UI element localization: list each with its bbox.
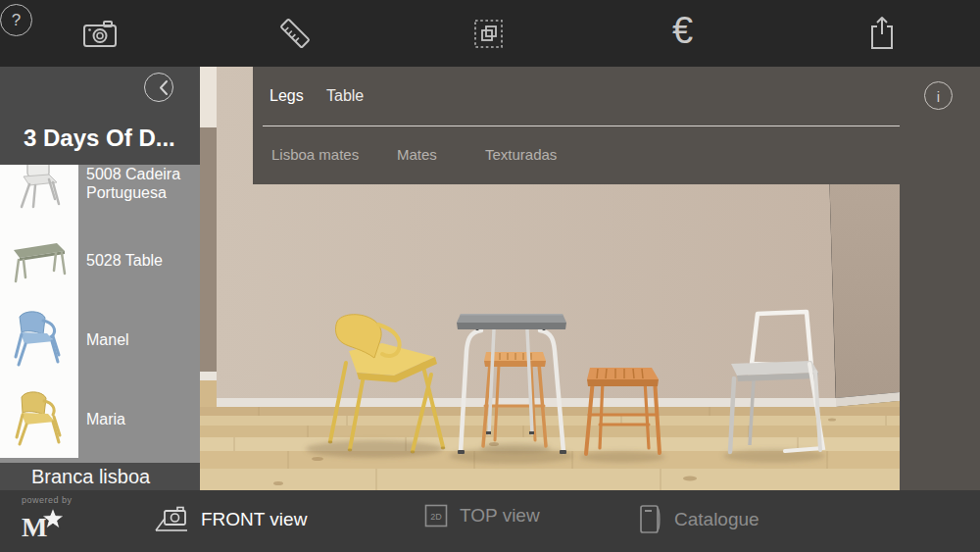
front-view-icon <box>154 504 189 535</box>
subtab-mates[interactable]: Mates <box>397 146 437 163</box>
top-toolbar: € ? <box>0 0 980 67</box>
front-view-label: FRONT view <box>201 509 307 530</box>
list-item-maria[interactable]: Maria <box>86 410 196 428</box>
catalogue-button[interactable]: Catalogue <box>639 504 760 535</box>
subtab-lisboa-mates[interactable]: Lisboa mates <box>271 146 359 163</box>
measure-button[interactable] <box>277 16 313 51</box>
catalogue-label: Catalogue <box>674 509 760 530</box>
thumb-maria-chair[interactable] <box>8 387 71 450</box>
help-icon: ? <box>12 11 21 29</box>
catalogue-icon <box>639 504 662 535</box>
top-view-icon: 2D <box>424 504 448 527</box>
list-item-5028[interactable]: 5028 Table <box>86 251 196 270</box>
chevron-left-icon <box>151 75 177 101</box>
list-item-5008[interactable]: 5008 Cadeira Portuguesa <box>86 165 196 202</box>
brand-logo: M <box>22 506 67 545</box>
duplicate-icon <box>473 19 504 49</box>
sidebar: 5008 Cadeira Portuguesa 5028 Table Manel… <box>0 67 200 490</box>
price-button[interactable]: € <box>672 12 693 49</box>
help-button[interactable]: ? <box>0 4 32 36</box>
camera-button[interactable] <box>82 19 118 48</box>
back-button[interactable] <box>144 73 173 102</box>
euro-icon: € <box>672 10 693 51</box>
svg-text:2D: 2D <box>430 512 442 522</box>
left-upper-wall <box>200 67 217 127</box>
thumb-5028-table[interactable] <box>8 228 71 291</box>
info-button[interactable]: i <box>924 81 953 110</box>
thumb-manel-chair[interactable] <box>8 308 71 371</box>
export-button[interactable] <box>868 15 896 50</box>
tab-legs[interactable]: Legs <box>270 87 304 105</box>
powered-by-label: powered by <box>22 495 73 505</box>
panel-divider <box>263 125 900 126</box>
options-panel: Legs Table Lisboa mates Mates Texturadas <box>253 67 900 184</box>
share-icon <box>868 15 896 50</box>
left-baseboard <box>200 372 217 380</box>
subtab-texturadas[interactable]: Texturadas <box>485 146 557 163</box>
ruler-icon <box>277 16 313 51</box>
duplicate-button[interactable] <box>473 19 504 49</box>
sidebar-header: 3 Days Of D... <box>0 67 200 165</box>
project-title: 3 Days Of D... <box>24 125 175 152</box>
right-panel-strip: i <box>900 67 980 490</box>
bottom-bar: powered by M FRONT view 2D TOP view <box>0 490 980 552</box>
top-view-button[interactable]: 2D TOP view <box>424 504 540 527</box>
app-window: Legs Table Lisboa mates Mates Texturadas… <box>0 0 980 552</box>
tab-table[interactable]: Table <box>326 87 364 105</box>
front-view-button[interactable]: FRONT view <box>154 504 307 535</box>
camera-icon <box>82 19 118 48</box>
section-header-branca[interactable]: Branca lisboa <box>0 463 200 490</box>
top-view-label: TOP view <box>460 505 540 527</box>
list-item-manel[interactable]: Manel <box>86 330 196 349</box>
